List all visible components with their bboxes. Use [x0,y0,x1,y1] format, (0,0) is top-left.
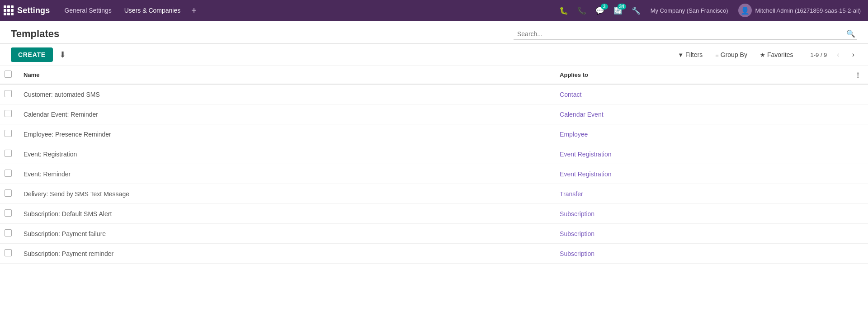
filters-label: Filters [685,51,703,58]
company-selector[interactable]: My Company (San Francisco) [646,5,733,16]
row-applies-to[interactable]: Contact [552,84,848,104]
import-icon: ⬇ [59,50,66,59]
refresh-badge: 34 [618,4,626,9]
table-row[interactable]: Employee: Presence Reminder Employee [0,124,868,144]
row-checkbox-cell[interactable] [0,184,16,204]
table-row[interactable]: Event: Reminder Event Registration [0,164,868,184]
filters-button[interactable]: ▼ Filters [675,49,705,60]
import-button[interactable]: ⬇ [57,48,69,61]
nav-users-companies[interactable]: Users & Companies [119,4,186,17]
row-checkbox-cell[interactable] [0,204,16,224]
create-button[interactable]: CREATE [11,47,53,62]
name-column-header[interactable]: Name [16,66,552,84]
row-checkbox-cell[interactable] [0,124,16,144]
nav-general-settings[interactable]: General Settings [59,4,117,17]
pagination-prev-button[interactable]: ‹ [834,50,842,60]
row-more-options[interactable] [848,244,868,264]
row-applies-to[interactable]: Calendar Event [552,104,848,124]
groupby-label: Group By [721,51,747,58]
select-all-checkbox[interactable] [5,71,12,78]
row-checkbox-cell[interactable] [0,224,16,244]
user-menu[interactable]: 👤 Mitchell Admin (16271859-saas-15-2-all… [735,2,864,19]
pagination-next-button[interactable]: › [849,50,857,60]
search-area: 🔍 [514,28,857,40]
toolbar-filters: ▼ Filters ≡ Group By ★ Favorites 1-9 / 9… [675,49,857,60]
row-checkbox-cell[interactable] [0,244,16,264]
row-more-options[interactable] [848,144,868,164]
wrench-icon: 🔧 [632,6,641,15]
row-checkbox[interactable] [5,150,12,157]
row-applies-to[interactable]: Event Registration [552,164,848,184]
wrench-icon-btn[interactable]: 🔧 [628,5,644,17]
table-row[interactable]: Event: Registration Event Registration [0,144,868,164]
row-name[interactable]: Subscription: Payment failure [16,224,552,244]
more-options-icon: ⋮ [855,71,861,78]
groupby-button[interactable]: ≡ Group By [712,49,750,60]
phone-icon-btn[interactable]: 📞 [574,5,590,17]
row-name[interactable]: Calendar Event: Reminder [16,104,552,124]
bug-icon: 🐛 [559,6,568,15]
table-header-row: Name Applies to ⋮ [0,66,868,84]
phone-icon: 📞 [577,6,586,15]
search-input[interactable] [514,28,844,39]
star-icon: ★ [760,52,765,58]
brand-title[interactable]: Settings [17,6,50,15]
row-checkbox[interactable] [5,110,12,117]
row-applies-to[interactable]: Subscription [552,204,848,224]
row-checkbox[interactable] [5,209,12,217]
table-row[interactable]: Calendar Event: Reminder Calendar Event [0,104,868,124]
applies-to-column-header[interactable]: Applies to [552,66,848,84]
row-more-options[interactable] [848,104,868,124]
refresh-icon-btn[interactable]: 🔄 34 [610,5,626,17]
table-row[interactable]: Customer: automated SMS Contact [0,84,868,104]
table-row[interactable]: Subscription: Payment failure Subscripti… [0,224,868,244]
row-name[interactable]: Subscription: Default SMS Alert [16,204,552,224]
toolbar: CREATE ⬇ ▼ Filters ≡ Group By ★ Favorite… [0,44,868,66]
row-applies-to[interactable]: Employee [552,124,848,144]
row-more-options[interactable] [848,204,868,224]
row-checkbox[interactable] [5,170,12,177]
nav-add-button[interactable]: + [188,5,200,17]
row-checkbox[interactable] [5,189,12,197]
groupby-icon: ≡ [715,52,719,58]
row-checkbox[interactable] [5,90,12,97]
page-title: Templates [11,28,59,40]
favorites-label: Favorites [767,51,793,58]
bug-icon-btn[interactable]: 🐛 [556,5,572,17]
topbar-icons: 🐛 📞 💬 3 🔄 34 🔧 [556,5,644,17]
row-name[interactable]: Event: Reminder [16,164,552,184]
row-more-options[interactable] [848,164,868,184]
row-checkbox-cell[interactable] [0,84,16,104]
row-more-options[interactable] [848,84,868,104]
app-grid-icon[interactable] [4,5,14,15]
more-options-header[interactable]: ⋮ [848,66,868,84]
row-name[interactable]: Employee: Presence Reminder [16,124,552,144]
table-row[interactable]: Subscription: Payment reminder Subscript… [0,244,868,264]
content-header: Templates 🔍 [0,21,868,44]
row-applies-to[interactable]: Subscription [552,224,848,244]
row-checkbox[interactable] [5,249,12,256]
search-icon[interactable]: 🔍 [844,28,857,39]
row-applies-to[interactable]: Event Registration [552,144,848,164]
row-applies-to[interactable]: Subscription [552,244,848,264]
row-more-options[interactable] [848,124,868,144]
row-checkbox-cell[interactable] [0,164,16,184]
row-checkbox-cell[interactable] [0,104,16,124]
row-name[interactable]: Subscription: Payment reminder [16,244,552,264]
row-checkbox[interactable] [5,130,12,137]
favorites-button[interactable]: ★ Favorites [757,49,796,60]
table-row[interactable]: Subscription: Default SMS Alert Subscrip… [0,204,868,224]
filter-icon: ▼ [678,52,684,58]
row-more-options[interactable] [848,224,868,244]
row-checkbox[interactable] [5,229,12,236]
row-name[interactable]: Customer: automated SMS [16,84,552,104]
user-name: Mitchell Admin (16271859-saas-15-2-all) [755,7,861,14]
chat-icon-btn[interactable]: 💬 3 [592,5,608,17]
row-name[interactable]: Delivery: Send by SMS Text Message [16,184,552,204]
select-all-header[interactable] [0,66,16,84]
row-name[interactable]: Event: Registration [16,144,552,164]
row-more-options[interactable] [848,184,868,204]
row-checkbox-cell[interactable] [0,144,16,164]
table-row[interactable]: Delivery: Send by SMS Text Message Trans… [0,184,868,204]
row-applies-to[interactable]: Transfer [552,184,848,204]
